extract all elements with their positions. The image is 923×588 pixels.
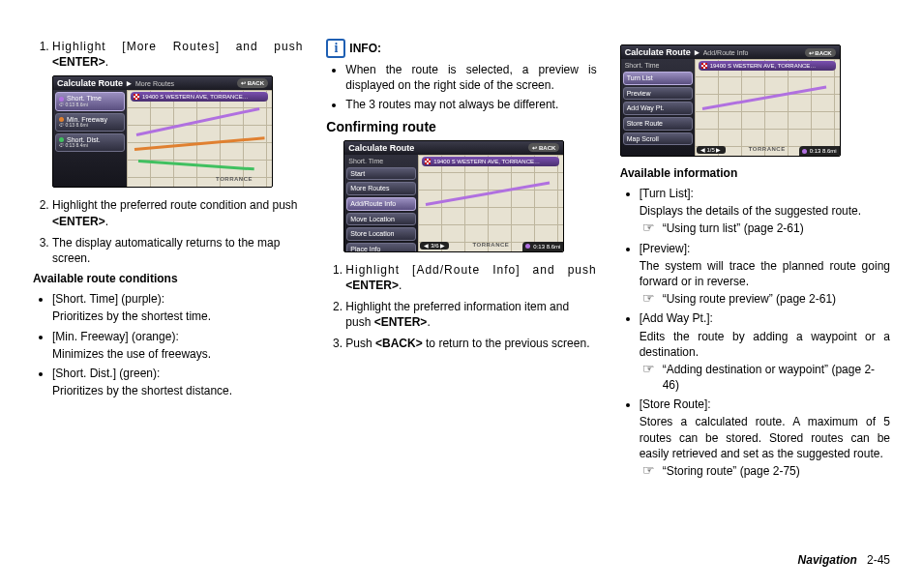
step-3: The display automatically returns to the… bbox=[52, 235, 303, 266]
screenshot-add-route-info: Calculate Route▸ Add/Route Info ↩ BACK S… bbox=[620, 44, 841, 157]
reference-icon: ☞ bbox=[640, 220, 659, 234]
shot1-sidepanel: Short. Time⏱ 0:13 8.6mi Min. Freeway⏱ 0:… bbox=[53, 90, 127, 187]
steps-list-col1: Highlight [More Routes] and push <ENTER>… bbox=[33, 39, 303, 266]
column-2: i INFO: When the route is selected, a pr… bbox=[326, 39, 596, 559]
step-1-text: Highlight [More Routes] and push bbox=[52, 40, 303, 53]
info-bullets: When the route is selected, a preview is… bbox=[326, 62, 596, 113]
conditions-list: [Short. Time] (purple):Prioritizes by th… bbox=[33, 291, 303, 398]
reference-icon: ☞ bbox=[640, 291, 659, 305]
step-2: Highlight the preferred route condition … bbox=[52, 197, 303, 228]
step-1: Highlight [More Routes] and push <ENTER>… bbox=[52, 39, 303, 188]
shot1-crumb: More Routes bbox=[135, 79, 174, 88]
footer-section: Navigation bbox=[798, 553, 857, 567]
steps-list-col2: Highlight [Add/Route Info] and push <ENT… bbox=[326, 262, 596, 352]
available-conditions-heading: Available route conditions bbox=[33, 272, 303, 285]
confirming-route-heading: Confirming route bbox=[326, 119, 596, 134]
shot1-back: ↩ BACK bbox=[237, 78, 268, 88]
page-footer: Navigation 2-45 bbox=[798, 553, 890, 567]
available-information-heading: Available information bbox=[620, 166, 890, 180]
info-label: INFO: bbox=[349, 42, 381, 55]
column-1: Highlight [More Routes] and push <ENTER>… bbox=[33, 39, 303, 559]
info-icon: i bbox=[326, 39, 345, 58]
info-heading: i INFO: bbox=[326, 39, 596, 58]
column-3: Calculate Route▸ Add/Route Info ↩ BACK S… bbox=[620, 39, 890, 559]
reference-icon: ☞ bbox=[640, 463, 659, 477]
screenshot-more-routes: Calculate Route ▸ More Routes ↩ BACK Sho… bbox=[52, 75, 273, 188]
footer-page-number: 2-45 bbox=[867, 553, 890, 567]
reference-icon: ☞ bbox=[640, 362, 659, 375]
shot1-title: Calculate Route bbox=[57, 77, 123, 89]
screenshot-calculate-route: Calculate Route ↩ BACK Short. Time Start… bbox=[343, 140, 564, 252]
available-information-list: [Turn List]: Displays the details of the… bbox=[620, 186, 890, 479]
step-1-key: <ENTER> bbox=[52, 55, 105, 69]
